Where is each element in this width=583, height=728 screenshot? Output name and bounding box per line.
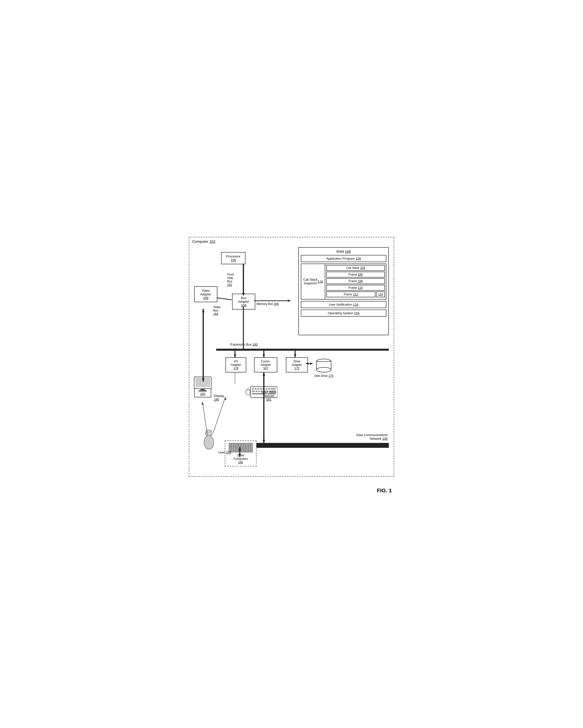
svg-rect-34	[246, 443, 248, 452]
svg-line-68	[213, 397, 225, 432]
svg-rect-39	[207, 436, 210, 439]
call-stack-inner: Call Stack 104	[326, 265, 385, 271]
user-icon	[200, 429, 217, 453]
svg-marker-62	[262, 372, 265, 375]
svg-rect-36	[251, 443, 253, 452]
svg-rect-4	[195, 378, 210, 387]
svg-rect-14	[268, 388, 270, 390]
svg-rect-13	[265, 388, 267, 390]
monitor-icon	[193, 376, 213, 392]
svg-rect-15	[271, 388, 276, 390]
call-stack-area: Call Stack 104 Frame 106 Frame 108 Frame…	[325, 264, 386, 299]
ram-label: RAM 168	[301, 250, 386, 254]
svg-rect-35	[248, 443, 250, 452]
user-notif-box: User Notification 116	[301, 301, 386, 308]
computer-box: Computer 152 RAM 168 Application Program…	[189, 237, 394, 477]
svg-marker-56	[202, 309, 204, 312]
computer-label: Computer 152	[192, 239, 216, 243]
frame-112: Frame 112	[326, 291, 376, 297]
svg-marker-46	[234, 354, 236, 357]
server-icon	[228, 443, 253, 453]
svg-rect-9	[255, 388, 256, 390]
comm-adapter-box: Comm.Adapter167	[254, 357, 277, 372]
svg-rect-11	[260, 388, 262, 390]
svg-point-2	[316, 367, 331, 372]
svg-rect-5	[201, 389, 204, 391]
svg-rect-31	[239, 443, 241, 452]
svg-marker-69	[224, 397, 227, 400]
fig-label: FIG. 1	[377, 488, 392, 494]
svg-marker-67	[201, 402, 204, 405]
frame-row-2: Frame 110	[326, 285, 385, 291]
frame-114: 114	[376, 291, 385, 297]
svg-rect-10	[257, 388, 259, 390]
svg-marker-48	[262, 354, 265, 357]
disk-drive-icon	[314, 359, 334, 373]
svg-rect-16	[252, 391, 255, 392]
bus-adapter-box: BusAdapter158	[232, 294, 255, 310]
user-area: User 101	[200, 429, 231, 454]
svg-rect-29	[234, 443, 236, 452]
videobus-label: VideoBus164	[213, 305, 221, 316]
expansion-bus-line	[216, 349, 389, 351]
io-adapter-box: I/OAdapter178	[225, 357, 246, 372]
svg-rect-32	[241, 443, 243, 452]
frame-row-3: Frame 112 114	[326, 291, 385, 297]
csi-label: Call StackInspector118	[301, 264, 325, 299]
app-program-box: Application Program 126	[301, 255, 386, 262]
frame-row-0: Frame 106	[326, 271, 385, 278]
csi-area: Call StackInspector118 Call Stack 104 Fr…	[301, 264, 386, 300]
os-box: Operating System 154	[301, 310, 386, 317]
svg-marker-43	[288, 299, 290, 302]
app-program-num: 126	[356, 257, 361, 260]
svg-line-54	[217, 297, 231, 300]
expansion-bus-label: Expansion Bus 160	[230, 343, 258, 346]
disk-drive-area: Disk Drive 170	[314, 359, 334, 378]
svg-marker-50	[294, 354, 296, 357]
frame-108: Frame 108	[326, 278, 385, 284]
processor-num: 156	[231, 258, 236, 262]
svg-marker-52	[310, 362, 312, 365]
frame-106: Frame 106	[326, 271, 385, 278]
video-adapter-box: VideoAdapter209	[194, 286, 217, 302]
csi-num: 118	[318, 280, 323, 283]
svg-rect-8	[252, 388, 254, 390]
processor-box: Processor156	[221, 252, 246, 264]
svg-rect-28	[231, 443, 233, 452]
fsb-label: FrontSideBus162	[227, 273, 234, 287]
data-comm-label: Data CommunicationsNetwork 100	[356, 433, 388, 440]
frame-110: Frame 110	[326, 285, 385, 291]
data-comm-bar	[238, 443, 389, 448]
svg-rect-33	[244, 443, 246, 452]
computer-number: 152	[209, 239, 216, 243]
app-program-label: Application Program	[326, 257, 355, 260]
svg-rect-30	[236, 443, 238, 452]
user-input-label: User InputDevices181	[256, 390, 281, 401]
display-label: Display180	[214, 394, 224, 401]
svg-marker-61	[262, 440, 265, 443]
svg-rect-12	[262, 388, 265, 390]
drive-adapter-box: DriveAdapter172	[286, 357, 308, 372]
frame-row-1: Frame 108	[326, 278, 385, 284]
svg-rect-6	[199, 390, 207, 392]
ram-box: RAM 168 Application Program 126 Call Sta…	[298, 247, 389, 335]
membus-label: Memory Bus 166	[256, 302, 279, 306]
ram-number: 168	[345, 250, 351, 254]
svg-marker-59	[262, 372, 265, 375]
monitor-area	[193, 376, 213, 392]
